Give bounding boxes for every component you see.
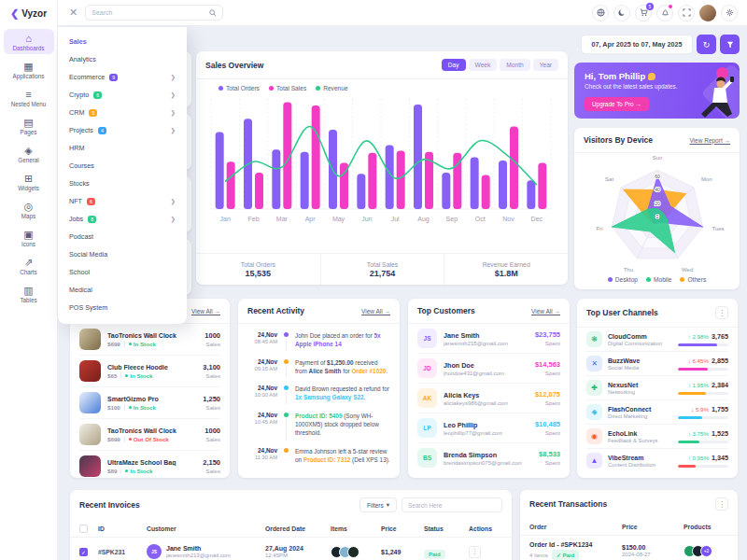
sidebar-item-tables[interactable]: ▥Tables bbox=[4, 281, 54, 306]
legend-item-total-orders[interactable]: Total Orders bbox=[218, 85, 260, 91]
flyout-item-ecommerce[interactable]: Ecommerce9❯ bbox=[58, 68, 187, 86]
row-actions-button[interactable]: ⋮ bbox=[469, 546, 481, 558]
language-icon[interactable] bbox=[592, 5, 609, 21]
wave-emoji bbox=[648, 73, 655, 80]
cart-badge: 5 bbox=[646, 3, 654, 10]
transactions-menu-icon[interactable]: ⋮ bbox=[715, 497, 728, 511]
flyout-item-label: Social Media bbox=[69, 250, 107, 259]
invoice-id: #SPK231 bbox=[98, 549, 147, 555]
cart-icon[interactable]: 5 bbox=[635, 5, 652, 21]
channels-menu-icon[interactable]: ⋮ bbox=[715, 306, 728, 319]
product-price: $89 bbox=[107, 468, 117, 474]
stock-dot bbox=[129, 343, 132, 345]
legend-item-total-sales[interactable]: Total Sales bbox=[269, 85, 306, 91]
search-input[interactable] bbox=[92, 9, 209, 16]
tab-month[interactable]: Month bbox=[500, 59, 529, 71]
row-checkbox[interactable]: ✓ bbox=[79, 548, 88, 556]
product-price: $65 bbox=[107, 372, 117, 379]
fullscreen-icon[interactable] bbox=[678, 5, 695, 21]
channel-category: Feedback & Surveys bbox=[608, 438, 658, 443]
flyout-item-sales[interactable]: Sales bbox=[58, 33, 187, 50]
ordered-date: 27,Aug 202412:45PM bbox=[265, 545, 331, 558]
flyout-item-projects[interactable]: Projects4❯ bbox=[58, 121, 187, 139]
order-meta: 4 Items✓ Paid bbox=[529, 550, 622, 560]
summary-total-orders: Total Orders15,535 bbox=[196, 254, 320, 285]
activity-date-col: 24,Nov10:00 AM bbox=[247, 385, 277, 404]
filter-button[interactable] bbox=[720, 35, 740, 54]
view-report-link[interactable]: View Report → bbox=[689, 137, 730, 144]
sidebar-item-pages[interactable]: ▤Pages bbox=[4, 113, 54, 138]
filters-button[interactable]: Filters▾ bbox=[359, 497, 397, 512]
tab-week[interactable]: Week bbox=[469, 59, 498, 71]
tab-year[interactable]: Year bbox=[533, 59, 558, 71]
sidebar-item-widgets[interactable]: ⊞Widgets bbox=[4, 169, 54, 194]
stock-dot bbox=[129, 438, 132, 441]
channel-change-row: ↑ 1.95%2,384 bbox=[678, 381, 728, 389]
flyout-item-nft[interactable]: NFT6❯ bbox=[58, 192, 187, 210]
flyout-item-label: Courses bbox=[69, 161, 94, 170]
channel-info: VibeStreamContent Distribution bbox=[608, 455, 655, 468]
sidebar-item-nested-menu[interactable]: ≡Nested Menu bbox=[4, 85, 54, 110]
flyout-item-label: POS System bbox=[69, 303, 107, 312]
activity-text: Emma Johnson left a 5-star review on Pro… bbox=[295, 447, 390, 467]
dark-mode-icon[interactable] bbox=[613, 5, 630, 21]
customer-avatar: AK bbox=[417, 388, 437, 408]
product-name: SmartGizmo Pro bbox=[107, 396, 159, 402]
flyout-item-medical[interactable]: Medical bbox=[58, 281, 187, 299]
legend-dot bbox=[269, 86, 274, 91]
invoice-search-input[interactable] bbox=[402, 497, 502, 512]
refresh-button[interactable]: ↻ bbox=[697, 35, 716, 54]
flyout-item-crypto[interactable]: Crypto6❯ bbox=[58, 86, 187, 104]
sidebar-item-maps[interactable]: ◎Maps bbox=[4, 197, 54, 222]
sidebar-item-applications[interactable]: ▦Applications bbox=[4, 57, 54, 82]
channel-progress-fill bbox=[678, 368, 708, 371]
summary-label: Total Sales bbox=[367, 261, 398, 268]
notifications-icon[interactable] bbox=[656, 5, 673, 21]
upgrade-pro-button[interactable]: Upgrade To Pro → bbox=[585, 97, 649, 111]
top-products-view-all[interactable]: View All → bbox=[191, 308, 220, 315]
product-image bbox=[79, 455, 101, 477]
timeline-line bbox=[286, 419, 287, 440]
flyout-item-badge: 9 bbox=[109, 74, 118, 81]
flyout-item-hrm[interactable]: HRM bbox=[58, 139, 187, 157]
radar-legend-others[interactable]: Others bbox=[680, 276, 706, 283]
channel-change: ↓ 5.9% bbox=[691, 406, 709, 413]
summary-value: 21,754 bbox=[370, 269, 396, 278]
sidebar-item-charts[interactable]: ⇗Charts bbox=[4, 253, 54, 278]
svg-text:Mon: Mon bbox=[700, 176, 712, 182]
activity-item: 24,Nov09:15 AMPayment of $1,250.00 recei… bbox=[247, 355, 390, 382]
settings-gear-icon[interactable] bbox=[721, 5, 738, 21]
flyout-item-analytics[interactable]: Analytics bbox=[58, 50, 187, 68]
flyout-item-pos-system[interactable]: POS System bbox=[58, 299, 187, 316]
close-menu-icon[interactable]: ✕ bbox=[69, 7, 78, 19]
sidebar-item-icons[interactable]: ▣Icons bbox=[4, 225, 54, 250]
legend-dot bbox=[608, 277, 613, 282]
radar-legend-mobile[interactable]: Mobile bbox=[646, 276, 671, 283]
legend-label: Total Sales bbox=[276, 85, 306, 91]
product-sub: $89In Stock bbox=[107, 468, 176, 474]
flyout-item-podcast[interactable]: Podcast bbox=[58, 228, 187, 245]
recent-activity-view-all[interactable]: View All → bbox=[361, 308, 390, 315]
flyout-item-school[interactable]: School bbox=[58, 263, 187, 281]
flyout-item-jobs[interactable]: Jobs8❯ bbox=[58, 210, 187, 228]
flyout-item-stocks[interactable]: Stocks bbox=[58, 175, 187, 192]
brand-logo[interactable]: ❮ Vyzor bbox=[0, 0, 57, 26]
user-avatar[interactable] bbox=[699, 5, 716, 21]
channel-change-row: ↑ 0.95%1,345 bbox=[678, 454, 728, 462]
select-all-checkbox[interactable] bbox=[79, 525, 88, 533]
timeline-dot bbox=[284, 359, 289, 364]
sidebar-item-dashboards[interactable]: ⌂Dashboards bbox=[4, 29, 54, 54]
date-range-input[interactable]: 07, Apr 2025 to 07, May 2025 bbox=[581, 35, 693, 54]
customer-name: Alicia Keys bbox=[444, 391, 508, 399]
radar-legend-desktop[interactable]: Desktop bbox=[608, 276, 638, 283]
legend-item-revenue[interactable]: Revenue bbox=[316, 85, 347, 91]
channel-value: 1,525 bbox=[712, 429, 728, 438]
tab-day[interactable]: Day bbox=[442, 59, 466, 71]
activity-text-segment: . bbox=[386, 368, 388, 374]
flyout-item-courses[interactable]: Courses bbox=[58, 157, 187, 175]
flyout-item-social-media[interactable]: Social Media bbox=[58, 245, 187, 263]
status-badge: Paid bbox=[424, 550, 445, 559]
flyout-item-crm[interactable]: CRM5❯ bbox=[58, 104, 187, 121]
sidebar-item-general[interactable]: ◈General bbox=[4, 141, 54, 166]
top-customers-view-all[interactable]: View All → bbox=[531, 308, 560, 315]
